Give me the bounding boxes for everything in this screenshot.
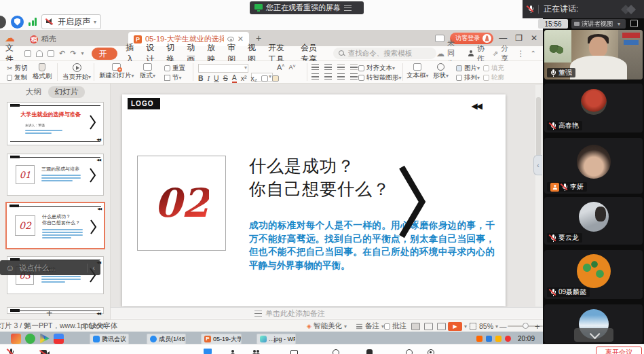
tab-docer[interactable]: 稻 稻壳 — [24, 32, 62, 46]
taskbar-window-meeting[interactable]: 腾讯会议 — [90, 334, 129, 344]
taskbar-window-members[interactable]: 成员(1/48) — [147, 334, 186, 344]
taskbar-window-image[interactable]: ...jpg - WP... — [257, 334, 296, 344]
taskbar-app-icon-wechat[interactable] — [25, 334, 35, 344]
taskbar-app-icon-2[interactable] — [39, 334, 50, 344]
format-painter-button[interactable]: 格式刷 — [33, 63, 52, 81]
strike-button[interactable]: S — [223, 74, 228, 82]
taskbar-window-ppt[interactable]: P05-19-大学生就... — [201, 334, 242, 344]
superscript-button[interactable]: x² — [241, 74, 247, 82]
align-text-button[interactable]: 对齐文本▾ — [358, 64, 395, 73]
to-smartart-button[interactable]: 转智能图形▾ — [358, 73, 402, 82]
font-grow-shrink[interactable]: A˄A˅ — [277, 63, 296, 71]
slides-tab[interactable]: 幻灯片 — [48, 86, 86, 98]
picture-button[interactable]: 图片▾ — [456, 64, 480, 73]
slide-thumbnail-3-selected[interactable]: ◀◀ 02 什么是成功？ 你自己想要什么？ — [5, 202, 105, 249]
copy-button[interactable]: 复制 — [7, 73, 27, 82]
taskbar-app-icon-3[interactable] — [54, 334, 64, 344]
beautify-button[interactable]: ◈智能美化▾ — [307, 320, 347, 332]
fill-button[interactable]: 填充 — [483, 64, 504, 73]
taskbar-app-icon-1[interactable] — [11, 334, 21, 344]
watching-banner[interactable]: 您正在观看重强的屏幕 — [250, 1, 364, 14]
tray-icon-3[interactable] — [495, 336, 501, 342]
play-from-current-button[interactable]: 当页开始▾ — [62, 63, 91, 82]
shapes-button[interactable]: 形状▾ — [433, 63, 449, 80]
highlight-icon[interactable] — [272, 75, 279, 82]
eye-icon[interactable] — [227, 37, 234, 41]
settings-button[interactable] — [428, 347, 434, 354]
align-left-icon[interactable] — [311, 73, 319, 79]
section-button[interactable]: 节▾ — [164, 73, 182, 82]
chat-collapse-icon[interactable]: ‹ — [92, 264, 95, 272]
leave-meeting-button[interactable]: 离开会议 — [596, 347, 642, 354]
camera-toggle-button[interactable] — [41, 347, 50, 354]
participant-tile-6[interactable] — [544, 304, 643, 343]
indent-decrease-icon[interactable] — [337, 64, 345, 70]
enable-original-sound-button[interactable]: 开启原声 ▾ — [41, 14, 101, 29]
outline-tab[interactable]: 大纲 — [26, 87, 41, 97]
participant-tile-1[interactable]: 董强 — [544, 30, 643, 79]
new-slide-button[interactable]: + 新建幻灯片▾ — [99, 63, 134, 80]
share-button[interactable]: ⇗分享 — [493, 43, 510, 64]
sorter-view-icon[interactable] — [424, 323, 433, 330]
save-icon[interactable] — [24, 50, 31, 57]
undo-icon[interactable]: ↶ — [59, 49, 65, 58]
font-color-button[interactable]: A — [232, 73, 237, 83]
justify-icon[interactable] — [350, 73, 358, 79]
arrange-button[interactable]: 排列▾ — [456, 73, 480, 82]
zoom-in-button[interactable]: + — [535, 320, 540, 332]
quick-access-dropdown[interactable]: ▾ — [81, 50, 83, 56]
outline-button[interactable]: 轮廓 — [483, 73, 504, 82]
zoom-value[interactable]: 85%▾ — [479, 320, 498, 332]
current-slide[interactable]: LOGO ◀◀ 02 什么是成功？ 你自己想要什么？ 成功的标准对每个人是不一样… — [122, 94, 506, 306]
chat-input-placeholder[interactable]: 说点什么... — [19, 263, 55, 273]
fit-zoom-icon[interactable] — [470, 320, 476, 332]
play-slideshow-button[interactable]: ▶▾ — [448, 320, 467, 332]
sidebar-collapse-handle[interactable]: ‹ — [533, 155, 542, 175]
print-icon[interactable] — [36, 50, 43, 57]
participant-tile-2[interactable]: 高春艳 — [544, 84, 643, 132]
indent-increase-icon[interactable] — [350, 64, 358, 70]
bold-button[interactable]: B — [198, 74, 204, 82]
view-mode-button[interactable]: 演讲者视图 ▾ — [571, 19, 626, 29]
slide-number-card[interactable]: 02 — [137, 156, 226, 251]
align-center-icon[interactable] — [324, 73, 332, 79]
tray-icon-4[interactable] — [505, 336, 511, 342]
command-search-box[interactable]: 查找命令、搜索模板 — [333, 48, 436, 59]
fullscreen-toggle-icon[interactable] — [630, 20, 638, 27]
restore-button[interactable]: ❐ — [515, 33, 523, 43]
participant-tile-4[interactable]: 要云龙 — [544, 197, 643, 245]
subscript-button[interactable]: x₂ — [250, 74, 257, 82]
zoom-out-button[interactable]: — — [499, 320, 507, 332]
italic-button[interactable]: I — [208, 75, 210, 82]
participant-tile-3[interactable]: 李妍 — [544, 138, 643, 194]
number-list-icon[interactable] — [324, 64, 332, 70]
emoji-icon[interactable]: ☺ — [5, 263, 14, 273]
slide-title[interactable]: 什么是成功？ 你自己想要什么？ — [249, 154, 390, 200]
align-right-icon[interactable] — [337, 73, 345, 79]
canvas-scrollbar[interactable] — [535, 85, 542, 306]
tab-home[interactable]: 开始 — [92, 48, 117, 60]
clear-format-icon[interactable] — [261, 75, 268, 82]
close-button[interactable]: ✕ — [531, 33, 537, 43]
apps-button[interactable] — [406, 347, 413, 354]
collapse-videos-button[interactable] — [574, 328, 613, 342]
members-button[interactable] — [251, 347, 261, 354]
underline-button[interactable]: U — [214, 74, 219, 82]
layout-button[interactable]: 版式▾ — [140, 63, 155, 80]
preview-icon[interactable] — [48, 50, 54, 57]
normal-view-icon[interactable] — [411, 323, 420, 330]
font-name-combo[interactable] — [198, 64, 248, 73]
missing-font-button[interactable]: Ƭ缺失字体 — [83, 320, 117, 332]
chat-button[interactable] — [290, 347, 298, 354]
banner-menu-icon[interactable] — [344, 5, 352, 11]
mic-toggle-button[interactable] — [8, 347, 14, 354]
meeting-icon[interactable] — [0, 16, 6, 29]
record-button[interactable] — [333, 347, 339, 354]
note-button[interactable]: 备注▾ — [356, 320, 384, 332]
slide-thumbnail-2[interactable]: ◀◀ 01 三观的形成与培养 — [7, 154, 104, 196]
bullet-list-icon[interactable] — [311, 64, 319, 70]
slide-thumbnail-5-partial[interactable]: ◀◀ — [7, 307, 104, 314]
original-sound-dropdown[interactable]: ▾ — [94, 19, 96, 25]
add-slide-button[interactable]: + — [46, 307, 52, 319]
redo-icon[interactable]: ↷ — [70, 49, 76, 58]
